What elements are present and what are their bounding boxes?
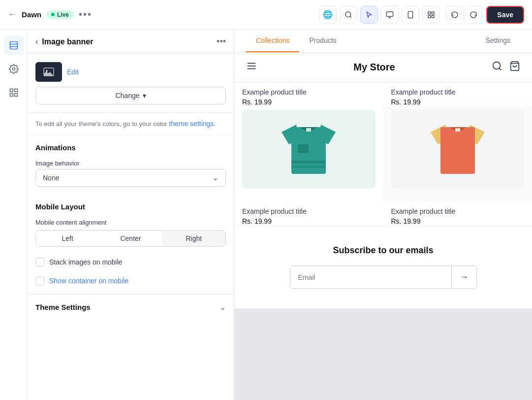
store-navbar: My Store	[234, 53, 532, 82]
change-button[interactable]: Change ▾	[35, 87, 226, 104]
cursor-button[interactable]	[360, 6, 378, 24]
animations-section: Animations Image behavior None ⌄	[28, 135, 234, 195]
mobile-button[interactable]	[402, 6, 419, 24]
product-card-top-1: Example product title Rs. 19.99	[234, 82, 383, 106]
stack-images-row: Stack images on mobile	[28, 253, 234, 271]
product-image-1	[242, 110, 376, 189]
align-left-button[interactable]: Left	[36, 231, 99, 246]
store-cart-icon[interactable]	[509, 61, 520, 74]
svg-rect-15	[10, 89, 13, 92]
svg-point-20	[46, 70, 48, 72]
mobile-content-alignment-label: Mobile content alignment	[28, 215, 234, 228]
color-info-text: To edit all your theme's colors, go to y…	[28, 113, 234, 135]
image-banner-section: Edit Change ▾	[28, 54, 234, 113]
product-image-2	[391, 110, 525, 189]
store-tab-3[interactable]: Settings	[475, 30, 520, 52]
select-wrapper: None ⌄	[28, 169, 234, 195]
desktop-button[interactable]	[381, 6, 399, 24]
product-card-bottom-title-1: Example product title Rs. 19.99	[234, 201, 383, 225]
show-container-row: Show container on mobile	[28, 271, 234, 290]
product-title-4: Example product title	[391, 207, 525, 215]
theme-settings-row[interactable]: Theme Settings ⌄	[28, 294, 234, 320]
svg-rect-11	[10, 42, 17, 49]
panel-title: Image banner	[42, 37, 93, 46]
store-tabs: Collections Products Settings	[234, 30, 532, 53]
store-name: My Store	[353, 62, 395, 73]
undo-button[interactable]	[446, 6, 464, 24]
align-right-button[interactable]: Right	[162, 231, 225, 246]
product-grid-top: Example product title Rs. 19.99 Example …	[234, 82, 532, 106]
product-price-4: Rs. 19.99	[391, 217, 525, 225]
live-badge: Live	[46, 10, 74, 19]
preview-scroll[interactable]: Collections Products Settings My Store	[234, 30, 532, 400]
product-card-img-1[interactable]	[234, 106, 383, 201]
product-images-row1	[234, 106, 532, 201]
image-edit-preview: Edit	[35, 62, 226, 82]
image-edit-link[interactable]: Edit	[67, 68, 79, 76]
store-menu-icon[interactable]	[246, 61, 257, 74]
svg-line-1	[350, 16, 351, 18]
product-title-2: Example product title	[391, 88, 525, 96]
sidebar-item-settings[interactable]	[4, 59, 24, 79]
topbar-more-icon[interactable]: •••	[79, 9, 92, 20]
svg-rect-30	[298, 144, 309, 153]
svg-rect-5	[408, 11, 413, 18]
panel-header-left: ‹ Image banner	[35, 37, 93, 46]
panel-scroll[interactable]: Edit Change ▾ To edit all your theme's c…	[28, 54, 234, 400]
svg-rect-36	[440, 127, 475, 174]
topbar-back-icon[interactable]: ←	[8, 9, 17, 20]
product-price-2: Rs. 19.99	[391, 98, 525, 106]
mobile-layout-heading: Mobile Layout	[28, 195, 234, 215]
store-nav-icons	[492, 61, 520, 74]
subscribe-title: Subscribe to our emails	[246, 245, 520, 256]
product-grid-bottom-text: Example product title Rs. 19.99 Example …	[234, 201, 532, 225]
preview-area: Collections Products Settings My Store	[234, 30, 532, 400]
mobile-layout-section: Mobile Layout Mobile content alignment L…	[28, 195, 234, 294]
image-behavior-label: Image behavior	[28, 156, 234, 169]
undo-redo-group	[446, 6, 482, 24]
align-center-button[interactable]: Center	[99, 231, 162, 246]
product-title-1: Example product title	[242, 88, 376, 96]
product-card-top-2: Example product title Rs. 19.99	[383, 82, 532, 106]
store-preview: Collections Products Settings My Store	[234, 30, 532, 308]
image-behavior-select[interactable]: None ⌄	[35, 169, 226, 187]
globe-button[interactable]: 🌐	[319, 6, 337, 24]
stack-images-checkbox[interactable]	[35, 258, 44, 267]
topbar-left: ← Dawn Live •••	[8, 9, 313, 20]
stack-images-label: Stack images on mobile	[49, 258, 123, 266]
show-container-label: Show container on mobile	[49, 277, 128, 285]
topbar-brand: Dawn	[22, 10, 41, 19]
panel-more-button[interactable]: •••	[217, 36, 226, 47]
product-price-1: Rs. 19.99	[242, 98, 376, 106]
redo-button[interactable]	[465, 6, 482, 24]
product-card-img-2[interactable]	[383, 106, 532, 201]
search-button[interactable]	[340, 6, 357, 24]
sidebar-item-apps[interactable]	[4, 83, 24, 102]
svg-point-14	[12, 68, 15, 70]
save-button[interactable]: Save	[486, 6, 524, 24]
subscribe-section: Subscribe to our emails →	[234, 225, 532, 308]
svg-point-24	[493, 62, 501, 69]
email-input[interactable]	[290, 267, 451, 287]
image-thumbnail	[35, 62, 62, 82]
theme-settings-label: Theme Settings	[35, 303, 91, 311]
svg-line-25	[499, 68, 501, 70]
email-submit-button[interactable]: →	[451, 266, 476, 288]
svg-rect-10	[432, 15, 435, 18]
panel-header: ‹ Image banner •••	[28, 30, 234, 54]
sidebar-item-sections[interactable]	[4, 35, 24, 55]
grid-button[interactable]	[422, 6, 440, 24]
email-input-row: →	[290, 266, 477, 289]
topbar: ← Dawn Live ••• 🌐	[0, 0, 532, 30]
store-tab-2[interactable]: Products	[299, 30, 346, 52]
panel-back-button[interactable]: ‹	[35, 37, 38, 46]
theme-settings-link[interactable]: theme settings.	[169, 120, 216, 128]
svg-rect-31	[291, 161, 326, 164]
svg-rect-2	[387, 12, 393, 16]
svg-rect-17	[10, 94, 13, 97]
store-tab-1[interactable]: Collections	[246, 30, 299, 52]
product-title-3: Example product title	[242, 207, 376, 215]
show-container-checkbox[interactable]	[35, 276, 44, 285]
left-panel: ‹ Image banner ••• Edit Change ▾	[28, 30, 234, 400]
store-search-icon[interactable]	[492, 61, 502, 74]
